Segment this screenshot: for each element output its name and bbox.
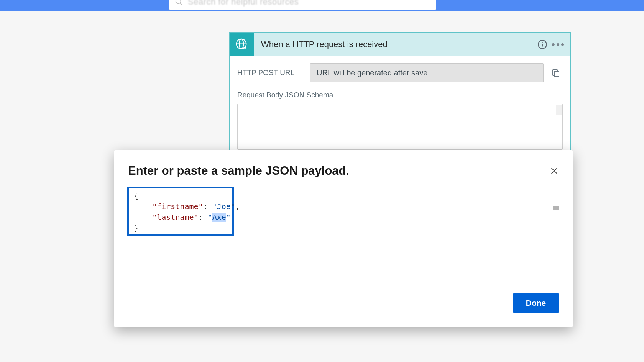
search-input[interactable]: Search for helpful resources (169, 0, 436, 10)
scrollbar[interactable] (552, 188, 559, 285)
card-body: HTTP POST URL URL will be generated afte… (230, 56, 570, 160)
top-app-bar: Search for helpful resources (0, 0, 644, 11)
text-caret (368, 260, 368, 272)
svg-line-1 (180, 3, 182, 5)
scroll-thumb[interactable] (553, 206, 559, 210)
scrollbar[interactable] (556, 105, 562, 115)
info-icon[interactable] (534, 36, 550, 52)
ellipsis-icon: ••• (552, 39, 565, 51)
json-code-text: { "firstname": "Joe", "lastname": "Axe" … (134, 190, 240, 233)
url-label: HTTP POST URL (237, 69, 310, 77)
more-menu-button[interactable]: ••• (550, 36, 567, 52)
sample-json-modal: Enter or paste a sample JSON payload. { … (114, 150, 573, 327)
close-icon (550, 167, 559, 175)
search-placeholder: Search for helpful resources (188, 0, 299, 7)
copy-url-button[interactable] (549, 66, 563, 80)
schema-label: Request Body JSON Schema (237, 91, 563, 99)
schema-textarea[interactable] (237, 104, 563, 150)
http-post-url-field[interactable]: URL will be generated after save (310, 63, 544, 82)
search-icon (175, 0, 183, 6)
card-header[interactable]: When a HTTP request is received ••• (230, 33, 570, 56)
http-trigger-card: When a HTTP request is received ••• HTTP… (229, 32, 571, 161)
done-button[interactable]: Done (513, 293, 559, 313)
http-trigger-icon (230, 33, 254, 56)
json-payload-textarea[interactable]: { "firstname": "Joe", "lastname": "Axe" … (128, 188, 559, 285)
card-title: When a HTTP request is received (261, 39, 534, 49)
modal-title: Enter or paste a sample JSON payload. (128, 164, 559, 178)
svg-point-7 (542, 42, 543, 43)
copy-icon (551, 68, 560, 77)
svg-rect-8 (554, 71, 559, 77)
close-button[interactable] (547, 164, 561, 178)
